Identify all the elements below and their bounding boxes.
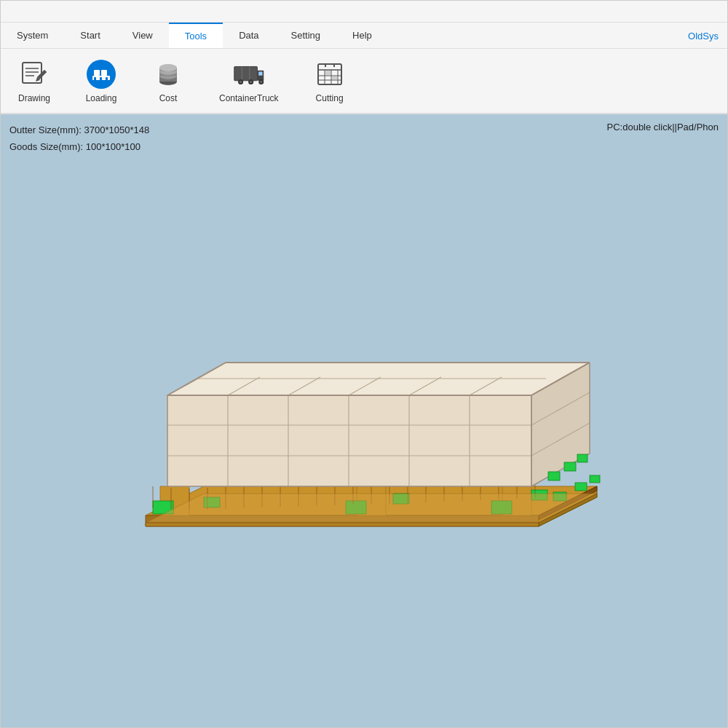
3d-scene bbox=[1, 114, 727, 727]
menu-view[interactable]: View bbox=[116, 23, 169, 48]
svg-rect-112 bbox=[564, 462, 576, 471]
toolbar: Drawing Loading bbox=[1, 49, 727, 114]
cutting-button[interactable]: Cutting bbox=[304, 54, 356, 108]
svg-point-17 bbox=[159, 64, 177, 71]
svg-rect-7 bbox=[101, 70, 107, 76]
title-bar bbox=[1, 1, 727, 23]
svg-rect-9 bbox=[100, 77, 102, 80]
svg-point-28 bbox=[260, 81, 263, 84]
menu-start[interactable]: Start bbox=[64, 23, 116, 48]
menu-bar: System Start View Tools Data Setting Hel… bbox=[1, 23, 727, 49]
svg-rect-10 bbox=[106, 77, 108, 80]
svg-marker-79 bbox=[146, 523, 539, 526]
svg-marker-81 bbox=[167, 395, 531, 486]
cost-button[interactable]: Cost bbox=[142, 54, 194, 108]
svg-rect-18 bbox=[234, 66, 258, 80]
cutting-icon bbox=[314, 58, 346, 90]
outter-size-info: Outter Size(mm): 3700*1050*148 bbox=[9, 122, 149, 138]
menu-setting[interactable]: Setting bbox=[275, 23, 336, 48]
main-window: System Start View Tools Data Setting Hel… bbox=[0, 0, 728, 728]
svg-rect-39 bbox=[332, 76, 338, 80]
svg-rect-54 bbox=[590, 475, 600, 483]
svg-rect-113 bbox=[577, 454, 587, 462]
drawing-icon bbox=[18, 58, 50, 90]
pallet-svg bbox=[87, 275, 641, 566]
cost-icon bbox=[152, 58, 184, 90]
drawing-button[interactable]: Drawing bbox=[8, 54, 60, 108]
boxes-group bbox=[167, 363, 590, 486]
svg-rect-111 bbox=[548, 472, 560, 480]
menu-data[interactable]: Data bbox=[223, 23, 274, 48]
container-truck-icon bbox=[233, 58, 265, 90]
loading-button[interactable]: Loading bbox=[75, 54, 127, 108]
svg-rect-6 bbox=[94, 70, 100, 76]
svg-rect-22 bbox=[258, 71, 262, 75]
old-sys-link[interactable]: OldSys bbox=[688, 30, 719, 41]
goods-size-info: Goods Size(mm): 100*100*100 bbox=[9, 138, 149, 155]
cutting-label: Cutting bbox=[316, 93, 344, 103]
loading-icon bbox=[85, 58, 117, 90]
container-truck-label: ContainerTruck bbox=[219, 93, 279, 103]
cost-label: Cost bbox=[159, 93, 178, 103]
svg-rect-8 bbox=[94, 77, 96, 80]
drawing-label: Drawing bbox=[18, 93, 50, 103]
container-truck-button[interactable]: ContainerTruck bbox=[209, 54, 289, 108]
info-overlay: Outter Size(mm): 3700*1050*148 Goods Siz… bbox=[9, 122, 149, 156]
menu-tools[interactable]: Tools bbox=[169, 23, 223, 48]
loading-label: Loading bbox=[86, 93, 117, 103]
svg-point-26 bbox=[250, 81, 253, 84]
svg-point-24 bbox=[240, 81, 242, 84]
menu-help[interactable]: Help bbox=[336, 23, 388, 48]
menu-system[interactable]: System bbox=[1, 23, 64, 48]
svg-rect-53 bbox=[575, 483, 587, 491]
svg-marker-78 bbox=[146, 494, 597, 523]
svg-rect-38 bbox=[325, 71, 331, 76]
view-area[interactable]: Outter Size(mm): 3700*1050*148 Goods Siz… bbox=[1, 114, 727, 727]
